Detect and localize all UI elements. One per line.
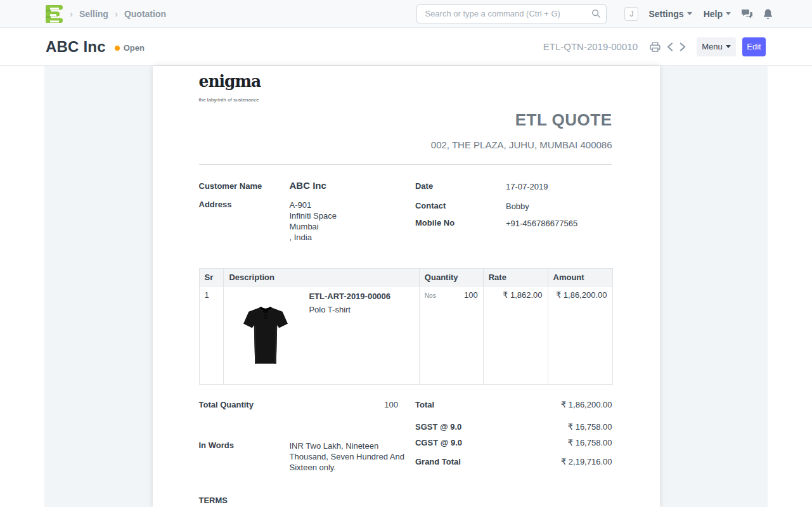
chevron-down-icon — [726, 12, 731, 15]
contact-value: Bobby — [506, 201, 529, 212]
breadcrumb-quotation[interactable]: Quotation — [124, 9, 166, 19]
status-dot — [115, 46, 120, 51]
print-preview-wrapper: enigma the labyrinth of sustenance ETL Q… — [44, 66, 768, 507]
item-uom: Nos — [425, 290, 436, 299]
col-header-sr: Sr — [199, 269, 224, 286]
address-value: A-901 Infiniti Space Mumbai , India — [290, 200, 337, 243]
in-words-label: In Words — [199, 440, 290, 473]
item-code: ETL-ART-2019-00006 — [309, 292, 390, 301]
total-quantity-value: 100 — [384, 400, 398, 409]
item-description-cell: ETL-ART-2019-00006 Polo T-shirt — [224, 286, 419, 385]
customer-name-value: ABC Inc — [290, 180, 326, 191]
item-qty: 100 — [464, 290, 478, 300]
item-name: Polo T-shirt — [309, 305, 390, 314]
mobile-value: +91-456786677565 — [506, 218, 577, 229]
search-input[interactable] — [416, 4, 607, 23]
address-label: Address — [199, 200, 290, 243]
col-header-rate: Rate — [483, 269, 548, 286]
item-amount: ₹ 1,86,200.00 — [548, 286, 612, 385]
help-menu[interactable]: Help — [704, 9, 731, 19]
chevron-down-icon — [726, 45, 731, 48]
divider — [199, 164, 612, 165]
search-icon — [591, 9, 601, 21]
page-head-actions: ETL-QTN-2019-00010 Menu Edit — [543, 37, 766, 56]
menu-button[interactable]: Menu — [697, 37, 736, 56]
table-row: 1 — [199, 286, 612, 385]
cgst-label: CGST @ 9.0 — [415, 438, 462, 447]
status-label: Open — [124, 43, 145, 53]
address-line: A-901 — [290, 200, 337, 210]
menu-button-label: Menu — [702, 42, 723, 51]
quote-title: ETL QUOTE — [199, 110, 612, 130]
col-header-description: Description — [224, 269, 419, 286]
quote-fields: Customer Name ABC Inc Address A-901 Infi… — [199, 181, 612, 252]
breadcrumb-separator: › — [115, 8, 118, 19]
notifications-bell-icon[interactable] — [763, 8, 773, 19]
page-content: enigma the labyrinth of sustenance ETL Q… — [0, 66, 812, 507]
breadcrumb-selling[interactable]: Selling — [79, 9, 108, 19]
settings-label: Settings — [648, 9, 683, 19]
doc-name: ETL-QTN-2019-00010 — [543, 41, 638, 52]
date-label: Date — [415, 181, 506, 192]
item-rate: ₹ 1,862.00 — [483, 286, 548, 385]
date-value: 17-07-2019 — [506, 181, 548, 192]
company-logo: enigma — [199, 72, 612, 91]
app-logo[interactable] — [46, 5, 63, 23]
sgst-value: ₹ 16,758.00 — [568, 422, 612, 432]
top-navbar: › Selling › Quotation J Settings Help — [0, 0, 812, 28]
grand-total-value: ₹ 2,19,716.00 — [561, 457, 612, 466]
totals-section: Total Quantity 100 In Words INR Two Lakh… — [199, 400, 612, 473]
chat-icon[interactable] — [741, 9, 753, 19]
col-header-amount: Amount — [548, 269, 612, 286]
status-badge: Open — [115, 43, 145, 53]
prev-doc-chevron-left-icon[interactable] — [667, 42, 673, 51]
chevron-down-icon — [687, 12, 692, 15]
print-icon[interactable] — [650, 42, 661, 52]
settings-menu[interactable]: Settings — [648, 9, 692, 19]
sgst-label: SGST @ 9.0 — [415, 422, 461, 432]
items-table-header-row: Sr Description Quantity Rate Amount — [199, 269, 612, 286]
next-doc-chevron-right-icon[interactable] — [680, 42, 686, 51]
address-line: , India — [290, 232, 337, 243]
terms-section: TERMS Validity of quotation is 45 days. — [199, 496, 612, 507]
total-quantity-label: Total Quantity — [199, 400, 254, 409]
item-quantity-cell: Nos 100 — [419, 286, 483, 385]
edit-button[interactable]: Edit — [742, 37, 766, 56]
global-search — [416, 4, 607, 23]
customer-name-label: Customer Name — [199, 181, 290, 191]
erpnext-logo-icon — [46, 5, 63, 23]
mobile-label: Mobile No — [415, 218, 506, 229]
item-sr: 1 — [199, 286, 224, 385]
total-label: Total — [415, 400, 434, 409]
col-header-quantity: Quantity — [419, 269, 483, 286]
company-tagline: the labyrinth of sustenance — [199, 97, 612, 103]
print-preview-paper: enigma the labyrinth of sustenance ETL Q… — [153, 66, 660, 507]
navbar-right: J Settings Help — [416, 4, 773, 23]
in-words-value: INR Two Lakh, Nineteen Thousand, Seven H… — [290, 440, 407, 473]
grand-total-label: Grand Total — [415, 457, 461, 466]
total-value: ₹ 1,86,200.00 — [561, 400, 612, 409]
address-line: Infiniti Space — [290, 210, 337, 221]
breadcrumb-separator: › — [70, 8, 73, 19]
help-label: Help — [704, 9, 723, 19]
cgst-value: ₹ 16,758.00 — [568, 438, 612, 447]
items-table: Sr Description Quantity Rate Amount 1 — [199, 268, 613, 385]
contact-label: Contact — [415, 201, 506, 212]
page-head: ABC Inc Open ETL-QTN-2019-00010 Menu — [0, 28, 812, 66]
address-line: Mumbai — [290, 221, 337, 232]
page-title: ABC Inc — [46, 38, 106, 56]
user-avatar[interactable]: J — [624, 7, 638, 21]
item-image-polo-tshirt — [242, 290, 290, 380]
terms-heading: TERMS — [199, 496, 612, 505]
company-address: 002, THE PLAZA, JUHU, MUMBAI 400086 — [199, 139, 612, 150]
